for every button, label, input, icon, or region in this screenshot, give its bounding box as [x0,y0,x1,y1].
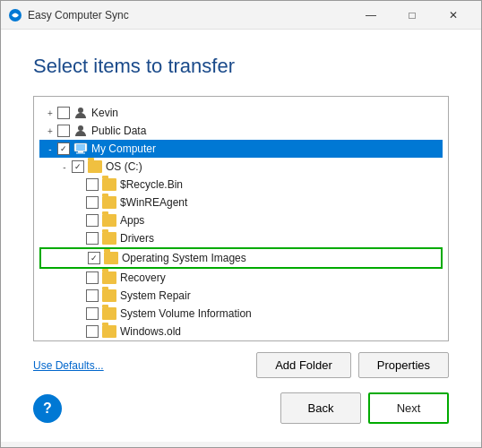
tree-row-apps[interactable]: Apps [39,211,443,229]
app-title: Easy Computer Sync [28,9,350,22]
tree-row-os-c[interactable]: - OS (C:) [39,158,443,176]
user-icon-kevin [73,106,88,120]
folder-icon-os-images [104,252,118,264]
folder-icon-drivers [102,232,116,245]
expander-os-c[interactable]: - [57,159,72,174]
file-tree[interactable]: + Kevin + Public Data - [33,96,449,341]
title-bar: Easy Computer Sync — □ ✕ [1,1,481,30]
expander-system-volume[interactable] [72,306,86,321]
tree-row-os-images[interactable]: Operating System Images [39,247,443,269]
label-system-repair: System Repair [120,289,191,302]
app-icon [8,8,22,22]
checkbox-my-computer[interactable] [57,142,70,155]
tree-row-system-repair[interactable]: System Repair [39,287,443,305]
expander-apps[interactable] [72,213,86,228]
svg-rect-4 [76,144,85,151]
label-recovery: Recovery [120,271,166,284]
label-my-computer: My Computer [91,142,156,155]
tree-row-drivers[interactable]: Drivers [39,229,443,247]
svg-point-2 [78,125,83,131]
label-drivers: Drivers [120,232,154,245]
svg-rect-5 [78,151,83,153]
label-public-data: Public Data [91,125,146,137]
back-button[interactable]: Back [280,392,361,424]
checkbox-system-repair[interactable] [86,289,99,302]
expander-os-images[interactable] [73,251,88,265]
checkbox-os-images[interactable] [88,252,100,264]
label-windows-old: Windows.old [120,325,181,338]
add-folder-button[interactable]: Add Folder [256,352,351,378]
minimize-button[interactable]: — [350,1,392,30]
folder-icon-os-c [88,160,102,173]
expander-drivers[interactable] [72,231,86,246]
footer-row: ? Back Next [33,392,449,424]
tree-row-winreagent[interactable]: $WinREAgent [39,194,443,211]
folder-icon-apps [102,214,116,227]
checkbox-public-data[interactable] [57,125,70,137]
label-kevin: Kevin [91,107,118,119]
expander-my-computer[interactable]: - [43,142,57,156]
checkbox-drivers[interactable] [86,232,99,245]
folder-icon-winreagent [102,196,116,209]
maximize-button[interactable]: □ [392,1,433,30]
checkbox-recovery[interactable] [86,271,99,284]
checkbox-recycle-bin[interactable] [86,178,99,191]
properties-button[interactable]: Properties [358,352,449,378]
label-apps: Apps [120,214,144,227]
label-os-c: OS (C:) [106,160,142,173]
main-content: Select items to transfer + Kevin + Publi… [1,30,481,442]
folder-button-group: Add Folder Properties [256,352,449,378]
expander-windows-old[interactable] [72,324,86,339]
window-controls: — □ ✕ [350,1,474,30]
label-winreagent: $WinREAgent [120,196,187,209]
folder-icon-recovery [102,271,116,284]
close-button[interactable]: ✕ [433,1,474,30]
checkbox-kevin[interactable] [57,107,70,119]
label-system-volume: System Volume Information [120,307,252,320]
svg-point-1 [78,108,83,113]
expander-recycle-bin[interactable] [72,177,86,192]
checkbox-os-c[interactable] [72,160,84,173]
bottom-toolbar: Use Defaults... Add Folder Properties [33,352,449,378]
folder-icon-system-volume [102,307,116,320]
expander-recovery[interactable] [72,271,86,285]
folder-icon-windows-old [102,325,116,338]
tree-row-recycle-bin[interactable]: $Recycle.Bin [39,176,443,194]
user-icon-public-data [73,124,88,138]
expander-kevin[interactable]: + [43,106,57,120]
expander-system-repair[interactable] [72,289,86,303]
label-recycle-bin: $Recycle.Bin [120,178,183,191]
checkbox-windows-old[interactable] [86,325,99,338]
help-button[interactable]: ? [33,394,62,423]
tree-row-recovery[interactable]: Recovery [39,269,443,287]
expander-public-data[interactable]: + [43,124,57,138]
folder-icon-recycle-bin [102,178,116,191]
expander-winreagent[interactable] [72,195,86,210]
checkbox-apps[interactable] [86,214,99,227]
next-button[interactable]: Next [368,392,449,424]
svg-rect-6 [76,153,85,154]
computer-icon-my-computer [73,142,88,155]
tree-row-kevin[interactable]: + Kevin [39,104,443,122]
checkbox-winreagent[interactable] [86,196,99,209]
checkbox-system-volume[interactable] [86,307,99,320]
tree-row-windows-old[interactable]: Windows.old [39,323,443,340]
folder-icon-system-repair [102,289,116,302]
nav-button-group: Back Next [280,392,449,424]
tree-row-system-volume[interactable]: System Volume Information [39,305,443,323]
tree-row-public-data[interactable]: + Public Data [39,122,443,140]
use-defaults-link[interactable]: Use Defaults... [33,359,104,372]
tree-row-my-computer[interactable]: - My Computer [39,140,443,158]
page-title: Select items to transfer [33,55,449,78]
label-os-images: Operating System Images [122,252,246,264]
